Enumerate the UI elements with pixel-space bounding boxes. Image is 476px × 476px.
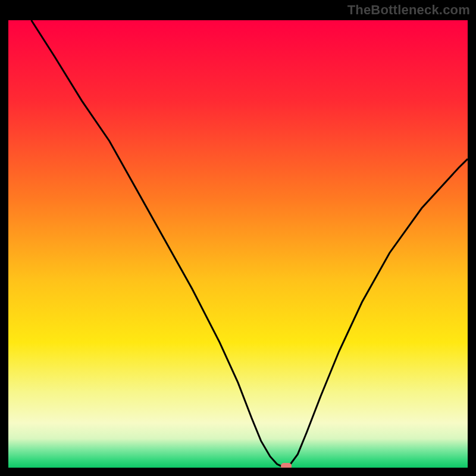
plot-area (8, 20, 468, 468)
chart-frame: TheBottleneck.com (0, 0, 476, 476)
watermark-text: TheBottleneck.com (347, 2, 470, 18)
bottleneck-chart (8, 20, 468, 468)
gradient-background (8, 20, 468, 468)
optimum-marker (281, 463, 292, 468)
